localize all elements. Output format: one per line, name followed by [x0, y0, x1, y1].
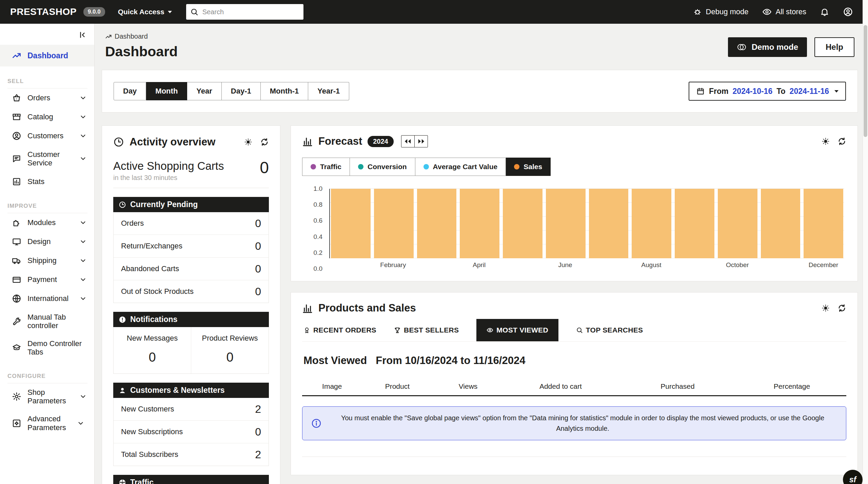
range-button-month-1[interactable]: Month-1: [261, 82, 309, 100]
stat-label: Total Subscribers: [121, 450, 178, 459]
sidebar-item-shipping[interactable]: Shipping: [0, 251, 94, 270]
range-button-year-1[interactable]: Year-1: [308, 82, 349, 100]
gear-icon[interactable]: [244, 138, 253, 146]
alert-circle-icon: [119, 316, 126, 323]
stat-row-returns[interactable]: Return/Exchanges 0: [114, 235, 269, 258]
range-button-day[interactable]: Day: [114, 82, 146, 100]
sidebar-item-label: Catalog: [27, 113, 73, 121]
sidebar-item-customers[interactable]: Customers: [0, 126, 94, 145]
notifications-bell-button[interactable]: [820, 7, 829, 17]
legend-button-sales[interactable]: Sales: [506, 158, 551, 176]
sidebar-item-customer-service[interactable]: Customer Service: [0, 145, 94, 172]
section-header-label: Currently Pending: [130, 200, 198, 209]
legend-button-traffic[interactable]: Traffic: [302, 158, 350, 176]
tab-best-sellers[interactable]: BEST SELLERS: [394, 319, 459, 341]
customers-list: New Customers 2 New Subscriptions 0 Tota…: [113, 398, 269, 466]
sidebar-collapse-button[interactable]: [78, 31, 87, 39]
date-from-label: From: [709, 87, 729, 96]
legend-button-average-cart-value[interactable]: Average Cart Value: [415, 158, 506, 176]
active-carts-metric[interactable]: Active Shopping Carts in the last 30 min…: [113, 160, 269, 188]
chevron-down-icon: [79, 219, 87, 226]
next-year-button[interactable]: [414, 136, 428, 147]
stat-row-new-customers[interactable]: New Customers 2: [114, 398, 269, 421]
person-icon: [119, 387, 126, 394]
page-scrollbar[interactable]: [863, 0, 868, 484]
chat-bubble-icon: [12, 154, 21, 163]
scrollbar-thumb[interactable]: [864, 25, 867, 137]
range-button-day-1[interactable]: Day-1: [222, 82, 261, 100]
global-search[interactable]: [186, 4, 303, 20]
products-panel-tools: [821, 304, 846, 312]
sidebar-section-sell: SELL: [7, 78, 87, 88]
chart-x-tick-label: April: [459, 261, 499, 269]
products-sales-panel: Products and Sales: [291, 292, 858, 475]
range-button-year[interactable]: Year: [187, 82, 222, 100]
forecast-panel-tools: [821, 137, 846, 146]
sidebar-item-demo-controller-tabs[interactable]: Demo Controller Tabs: [0, 335, 94, 361]
chart-x-tick-label: [416, 261, 456, 269]
sidebar-item-orders[interactable]: Orders: [0, 88, 94, 107]
stat-row-abandoned-carts[interactable]: Abandoned Carts 0: [114, 258, 269, 280]
user-circle-icon: [12, 131, 21, 141]
debug-mode-toggle[interactable]: Debug mode: [693, 7, 749, 16]
legend-label: Traffic: [320, 163, 341, 171]
sidebar-item-label: Stats: [27, 177, 87, 186]
gear-icon[interactable]: [821, 304, 830, 312]
most-viewed-heading: Most Viewed From 10/16/2024 to 11/16/202…: [302, 355, 846, 367]
storefront-icon: [12, 112, 21, 122]
help-button[interactable]: Help: [814, 37, 854, 57]
tab-recent-orders[interactable]: RECENT ORDERS: [303, 319, 376, 341]
previous-year-button[interactable]: [401, 136, 414, 147]
stat-label: Out of Stock Products: [121, 287, 194, 296]
prestashop-logo[interactable]: PRESTASHOP: [10, 6, 77, 17]
stat-row-out-of-stock[interactable]: Out of Stock Products 0: [114, 280, 269, 303]
refresh-icon[interactable]: [837, 137, 846, 146]
sidebar-item-catalog[interactable]: Catalog: [0, 107, 94, 126]
graduation-cap-icon: [12, 343, 21, 352]
quick-access-menu[interactable]: Quick Access: [118, 8, 172, 16]
all-stores-label: All stores: [776, 7, 806, 16]
sidebar-item-design[interactable]: Design: [0, 232, 94, 251]
refresh-icon[interactable]: [260, 138, 269, 146]
search-input[interactable]: [202, 8, 299, 16]
date-range-picker[interactable]: From 2024-10-16 To 2024-11-16: [689, 82, 846, 101]
bar-chart-icon: [302, 136, 313, 147]
sidebar-item-label: International: [27, 294, 73, 303]
account-avatar-button[interactable]: [843, 7, 853, 17]
chart-x-tick-label: December: [804, 261, 843, 269]
chevron-down-icon: [79, 155, 87, 162]
sidebar-item-advanced-parameters[interactable]: Advanced Parameters: [0, 410, 94, 437]
sidebar-item-international[interactable]: International: [0, 289, 94, 308]
date-to-label: To: [776, 87, 785, 96]
legend-button-conversion[interactable]: Conversion: [350, 158, 415, 176]
gear-icon[interactable]: [821, 137, 830, 146]
sidebar-item-payment[interactable]: Payment: [0, 270, 94, 289]
topbar-right: Debug mode All stores: [693, 7, 853, 17]
pending-list: Orders 0 Return/Exchanges 0 Abandoned Ca…: [113, 212, 269, 303]
sidebar-item-shop-parameters[interactable]: Shop Parameters: [0, 383, 94, 410]
stat-row-new-subscriptions[interactable]: New Subscriptions 0: [114, 421, 269, 443]
tab-top-searches[interactable]: TOP SEARCHES: [576, 319, 643, 341]
chart-x-tick-label: [761, 261, 800, 269]
page-header: Dashboard Dashboard Demo mode Help: [102, 24, 858, 62]
currently-pending-header: Currently Pending: [113, 197, 269, 212]
demo-mode-button[interactable]: Demo mode: [728, 37, 807, 57]
sidebar-item-manual-tab-controller[interactable]: Manual Tab controller: [0, 308, 94, 335]
new-messages-cell[interactable]: New Messages 0: [114, 327, 191, 374]
topbar: PRESTASHOP 9.0.0 Quick Access Debug mode: [0, 0, 868, 24]
sidebar-item-stats[interactable]: Stats: [0, 172, 94, 191]
product-reviews-cell[interactable]: Product Reviews 0: [191, 327, 269, 374]
stat-row-orders[interactable]: Orders 0: [114, 212, 269, 235]
section-header-label: Customers & Newsletters: [130, 386, 225, 395]
stat-row-total-subscribers[interactable]: Total Subscribers 2: [114, 443, 269, 466]
debug-mode-label: Debug mode: [706, 7, 749, 16]
sidebar-item-dashboard[interactable]: Dashboard: [0, 45, 94, 66]
range-button-month[interactable]: Month: [146, 82, 187, 100]
sidebar-item-modules[interactable]: Modules: [0, 213, 94, 232]
sidebar-item-label: Payment: [27, 275, 73, 284]
all-stores-menu[interactable]: All stores: [762, 7, 806, 17]
sidebar-item-label: Shop Parameters: [27, 388, 73, 405]
refresh-icon[interactable]: [837, 304, 846, 312]
tab-most-viewed[interactable]: MOST VIEWED: [476, 319, 558, 341]
medal-icon: [303, 327, 310, 334]
